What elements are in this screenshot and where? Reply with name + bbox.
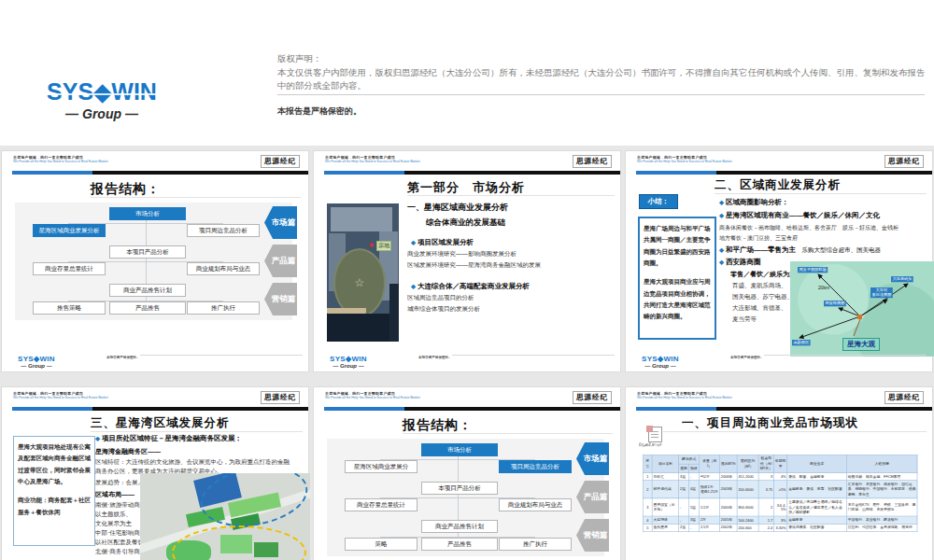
brand-badge: 思源经纪 (261, 391, 300, 404)
diagram-box-strategy: 推售策略 (33, 301, 106, 315)
table-cell: 独体1万、底商1.25万 (700, 481, 720, 498)
list-line-2: 国美电器、苏宁电器、 (732, 293, 793, 301)
bullet-1: ◆区域商圈影响分析： (719, 198, 789, 207)
bullet-1: ◆项目区域发展分析 (411, 238, 474, 247)
column-header: 商业业态 (787, 455, 847, 472)
column-header: 租金报价（元/M²/天） (758, 455, 773, 472)
table-body: 1百年汇3层-约2万2006年451-200034%餐饮、配套、金融服务哈根达斯… (643, 472, 917, 531)
bullet-2: ◆大连综合体／高端配套商业发展分析 (411, 282, 530, 291)
map-label-hitech: 高新园区 (792, 340, 811, 345)
summary-paragraph-2: 星海大观项目商业应与周边竞品项目商业相协调，共同打造大星海湾区域范畴的新兴商圈。 (644, 276, 711, 322)
slogan-en: We Provide all the Help You Need to Succ… (637, 160, 732, 163)
map-label-airport: 周水子国际机场 (798, 267, 828, 273)
header-bar (636, 407, 932, 411)
competitor-table-wrap: 序号项目名称建筑形式体量（M²）推出时间面积区间（M²）租金报价（元/M²/天）… (643, 455, 917, 532)
table-cell: 3% (774, 516, 787, 524)
slide-title: 二、区域商业发展分析 (715, 177, 841, 193)
table-cell: 大连明珠 (652, 516, 678, 524)
slide-title: 一、项目周边商业竞品市场现状 (682, 415, 858, 431)
bullet-1-line-2: 区域发展环境研究——星海湾商务金融区域的发展 (407, 261, 541, 270)
column-header: 序号 (643, 455, 652, 472)
footer-logo-text: SYS◆WIN (325, 355, 372, 363)
location-paragraph: 星海大观项目地处现有公寓及配套区域向商务金融区域过渡带区位，同时紧邻会展中心及星… (18, 441, 91, 487)
table-row: 3星海国宝（新天地）-5层5.5万2000年800-600023.6-4.5%主… (643, 498, 917, 516)
table-cell: 2层 (679, 481, 689, 498)
list-line-1: 百盛、麦凯乐商场、 (732, 282, 787, 290)
footer-logo: SYS◆WIN — Group — (13, 355, 60, 369)
table-cell: 1.7 (758, 516, 773, 524)
diagram-box-market: 市场分析 (421, 443, 498, 456)
document-icon (648, 427, 662, 442)
diagram-box-product: 本项目产品分析 (421, 482, 498, 495)
table-header: 序号项目名称建筑形式体量（M²）推出时间面积区间（M²）租金报价（元/M²/天）… (643, 455, 917, 472)
table-cell: 2003年 (719, 481, 737, 498)
brand-badge: 思源经纪 (573, 391, 612, 404)
diagram-box-planning: 商业规划布局与业态 (187, 262, 260, 275)
table-cell: ≥5% (774, 481, 787, 498)
table-cell: 2005年 (719, 516, 737, 524)
footer-divider (764, 355, 927, 356)
syswin-logo-group: — Group — (39, 106, 164, 121)
table-cell: 2万 (700, 516, 720, 524)
summary-paragraph-1: 星海广场周边与和平广场共属同一商圈／主要竞争商圈为日益繁盛的西安路商圈。 (644, 223, 711, 269)
table-cell: 哈根达斯、顺丰金融、FFCM家居 (846, 472, 917, 480)
brand-badge: 思源经纪 (884, 155, 924, 168)
copyright-divider (277, 94, 925, 95)
table-cell: 500-2400 (737, 516, 758, 524)
column-subheader: 底商 (679, 464, 689, 473)
header-bar (324, 407, 620, 411)
bullet-4: ◆西安路商圈 (719, 258, 761, 267)
list-line-4: 麦当劳等 (732, 315, 757, 324)
distance-label: 20km (818, 285, 829, 290)
table-cell: 汇丰银行、东亚银行、浦发银行、国信证券、招商银行、中国银行、永和豆浆、经典涮锅、… (846, 481, 917, 498)
table-cell: 金融服务、餐饮、教育、社区配套 (787, 481, 847, 498)
table-cell: 法拉利、玛莎拉蒂、金海岸游艇、福克特 (846, 524, 917, 531)
table-row: 2和平现代城2层4层独体1万、底商1.25万2003年200-60003.75≥… (643, 481, 917, 498)
layout-line-2: 以主题娱乐、 (95, 511, 132, 519)
slide-xinghai-bay: 三、星海湾区域发展分析 星海大观项目地处现有公寓及配套区域向商务金融区域过渡带区… (2, 387, 308, 560)
diagram-box-strategy: 策略 (345, 538, 417, 551)
table-row: 5壹品星海2层-2.5万2002年200-6002.43.30%餐饮消费类、社区… (643, 524, 917, 531)
table-row: 4大连明珠-3层2万2005年500-24001.73%金融服务中国银行、农业银… (643, 516, 917, 524)
table-cell: 金融服务 (787, 516, 847, 524)
table-cell: - (689, 472, 700, 480)
document-preview-page: SYS◆WIN — Group — 版权声明： 本文仅供客户内部使用，版权归思源… (0, 0, 934, 560)
slide-slogan: 在房地产领域，我们一直在帮助客户成功 We Provide all the He… (325, 155, 420, 163)
brand-badge: 思源经纪 (573, 155, 612, 168)
table-cell: 3.30% (774, 524, 787, 531)
bullet-3: ◆和平广场——零售为主 乐购大型综合超市、国美电器 (719, 245, 881, 255)
slogan-en: We Provide all the Help You Need to Succ… (637, 396, 732, 399)
table-cell: 2000年 (719, 498, 737, 516)
slogan-en: We Provide all the Help You Need to Succ… (13, 160, 108, 163)
location-summary-box: 星海大观项目地处现有公寓及配套区域向商务金融区域过渡带区位，同时紧邻会展中心及星… (13, 436, 95, 546)
function-paragraph: 商业功能：商务配套＋社区服务＋餐饮休闲 (18, 495, 91, 518)
satellite-map: ☆ ★ 宗地 (327, 203, 399, 342)
section-heading: 一、星海区域商业发展分析 (407, 202, 508, 214)
diagram-box-xinghai: 星海区域商业发展分析 (33, 224, 106, 237)
copyright-title: 版权声明： (277, 53, 322, 63)
diagram-box-promotion: 推广执行 (499, 538, 572, 551)
confidential-note: 本报告是严格保密的。 (277, 105, 361, 118)
header-bar (12, 171, 308, 175)
footer-logo-text: SYS◆WIN (13, 355, 60, 363)
diagram-box-competitor: 项目周边竞品分析 (499, 460, 572, 473)
diagram-box-xinghai: 星海区域商业发展分 (345, 460, 417, 473)
competitor-table: 序号项目名称建筑形式体量（M²）推出时间面积区间（M²）租金报价（元/M²/天）… (643, 455, 917, 532)
layout-heading: 区域布局—— (95, 490, 134, 499)
site-label: 宗地 (376, 241, 391, 251)
header-bar (12, 407, 308, 411)
table-cell: 200-6000 (737, 481, 758, 498)
table-cell: 2006年 (719, 472, 737, 480)
table-cell: 3层 (689, 516, 700, 524)
syswin-logo-text: SYS◆WIN (39, 78, 164, 105)
diagram-box-stock: 商业存量总量统计 (33, 262, 106, 275)
table-cell: 百年汇 (652, 472, 678, 480)
bullet-1-line-1: 商业发展环境研究——影响商圈发展分析 (407, 250, 517, 259)
column-header: 建筑形式 (679, 455, 700, 464)
table-cell: 和平现代城 (652, 481, 678, 498)
table-cell: - (679, 516, 689, 524)
project-site-marker (857, 315, 862, 319)
table-cell: 3.75 (758, 481, 773, 498)
brand-badge: 思源经纪 (884, 391, 924, 404)
summary-box: 星海广场周边与和平广场共属同一商圈／主要竞争商圈为日益繁盛的西安路商圈。 星海大… (638, 217, 716, 340)
